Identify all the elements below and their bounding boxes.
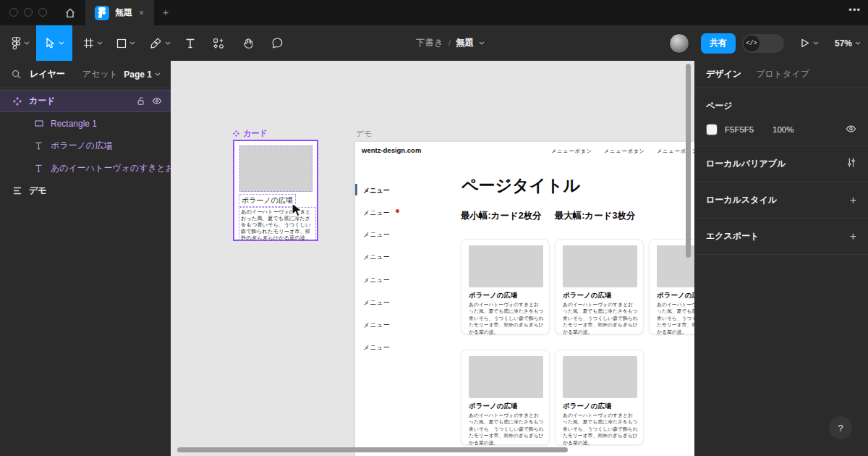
layer-row-demo-frame[interactable]: デモ <box>0 180 171 202</box>
demo-frame-label[interactable]: デモ <box>356 128 373 139</box>
actions-tool-button[interactable] <box>207 25 230 61</box>
breadcrumb-project[interactable]: 下書き <box>416 37 443 49</box>
card-image-placeholder <box>563 356 637 398</box>
card-image-placeholder <box>469 356 543 398</box>
add-export-button[interactable]: + <box>850 230 856 243</box>
demo-page-title: ページタイトル <box>461 174 580 197</box>
tab-title: 無題 <box>115 7 132 19</box>
notification-dot <box>396 209 399 213</box>
canvas[interactable]: カード ポラーノの広場 あのイーハトーヴォのすきとおった風、夏でも底に冷たさをも… <box>171 61 694 456</box>
share-button[interactable]: 共有 <box>701 33 736 54</box>
window-close-button[interactable] <box>9 8 18 17</box>
main-menu-button[interactable] <box>6 25 35 61</box>
shape-tool-button[interactable] <box>111 25 140 61</box>
card-title: ポラーノの広場 <box>469 402 517 411</box>
local-variables-section[interactable]: ローカルバリアブル <box>694 146 868 182</box>
more-menu-button[interactable]: ••• <box>848 4 861 15</box>
color-hex-value[interactable]: F5F5F5 <box>725 125 762 134</box>
card-image-placeholder[interactable] <box>239 145 312 192</box>
visibility-eye-icon[interactable] <box>846 123 856 136</box>
layer-row-text-body[interactable]: あのイーハトーヴォのすきとお... <box>0 157 171 180</box>
layer-row-card-component[interactable]: カード <box>0 90 171 112</box>
tab-layers[interactable]: レイヤー <box>30 68 65 80</box>
layer-name: Rectangle 1 <box>51 119 97 129</box>
card-title-layer[interactable]: ポラーノの広場 <box>239 194 296 207</box>
component-icon <box>12 97 22 106</box>
chevron-down-icon <box>855 41 861 45</box>
sidebar-menu-item: メニュー <box>363 186 390 195</box>
search-icon[interactable] <box>12 69 21 79</box>
chevron-down-icon <box>97 41 103 45</box>
card-body: あのイーハトーヴォのすきとおった風、夏でも底に冷たさをもつ青いそら、うつくしい森… <box>469 301 544 335</box>
demo-card: ポラーノの広場 あのイーハトーヴォのすきとおった風、夏でも底に冷たさをもつ青いそ… <box>461 239 550 334</box>
rectangle-layer-icon <box>33 120 44 127</box>
text-layer-icon <box>33 142 44 150</box>
layer-row-text-title[interactable]: ポラーノの広場 <box>0 135 171 157</box>
site-logo-text: wentz-design.com <box>362 146 421 154</box>
tab-close-icon[interactable]: × <box>139 8 144 18</box>
card-title: ポラーノの広場 <box>469 291 517 300</box>
demo-subtitle: 最小幅:カード2枚分最大幅:カード3枚分 <box>461 210 635 222</box>
horizontal-scrollbar[interactable] <box>177 447 568 452</box>
hand-tool-button[interactable] <box>236 25 259 61</box>
visibility-eye-icon[interactable] <box>152 97 162 105</box>
window-tab-bar: 無題 × + ••• <box>0 0 868 25</box>
left-sidebar: レイヤー アセット Page 1 カード <box>0 61 171 456</box>
page-selector[interactable]: Page 1 <box>124 69 161 80</box>
toolbar-right-group: 共有 </> 57% <box>669 25 868 61</box>
export-section[interactable]: エクスポート + <box>694 219 868 255</box>
chevron-down-icon[interactable] <box>479 41 485 45</box>
vertical-scrollbar[interactable] <box>686 64 691 258</box>
layer-name: デモ <box>29 185 47 197</box>
unlock-icon[interactable] <box>137 96 145 106</box>
frame-icon <box>83 38 94 48</box>
dev-mode-toggle[interactable]: </> <box>742 34 784 53</box>
demo-card: ポラーノの広場 あのイーハトーヴォのすきとおった風、夏でも底に冷たさをもつ青いそ… <box>555 239 644 334</box>
selected-card-component[interactable]: ポラーノの広場 あのイーハトーヴォのすきとおった風、夏でも底に冷たさをもつ青いそ… <box>233 140 318 241</box>
local-styles-section[interactable]: ローカルスタイル + <box>694 182 868 219</box>
home-icon <box>64 7 76 19</box>
add-style-button[interactable]: + <box>850 194 856 207</box>
color-swatch[interactable] <box>706 124 718 135</box>
resources-icon <box>213 38 224 49</box>
tab-prototype[interactable]: プロトタイプ <box>756 68 809 80</box>
breadcrumb-file-name[interactable]: 無題 <box>456 37 474 49</box>
zoom-level-value: 57% <box>835 38 852 48</box>
move-tool-button[interactable] <box>36 25 72 61</box>
card-body: あのイーハトーヴォのすきとおった風、夏でも底に冷たさをもつ青いそら、うつくしい森… <box>563 301 638 335</box>
user-avatar[interactable] <box>669 33 689 54</box>
tab-assets[interactable]: アセット <box>82 68 118 80</box>
pen-tool-button[interactable] <box>145 25 175 61</box>
help-button[interactable]: ? <box>829 416 852 439</box>
chevron-down-icon <box>155 72 161 76</box>
new-tab-button[interactable]: + <box>158 6 173 18</box>
present-button[interactable] <box>800 38 819 48</box>
dev-mode-icon: </> <box>744 35 760 51</box>
demo-card: ポラーノの広場 あのイーハトーヴォのすきとおった風、夏でも底に冷たさをもつ青いそ… <box>555 350 644 445</box>
window-zoom-button[interactable] <box>38 8 47 17</box>
comment-tool-button[interactable] <box>265 25 289 61</box>
text-tool-button[interactable] <box>179 25 201 61</box>
figma-file-icon <box>95 6 109 20</box>
variables-adjust-icon[interactable] <box>846 157 856 171</box>
window-minimize-button[interactable] <box>24 8 33 17</box>
page-selector-label: Page 1 <box>124 69 152 80</box>
breadcrumb-separator: / <box>448 38 451 48</box>
zoom-level-control[interactable]: 57% <box>835 38 861 48</box>
sidebar-menu-item: メニュー <box>363 321 390 330</box>
color-opacity-value[interactable]: 100% <box>773 125 793 134</box>
file-tab[interactable]: 無題 × <box>85 0 154 25</box>
tab-design[interactable]: デザイン <box>706 68 741 80</box>
right-panel-tabs: デザイン プロトタイプ <box>694 61 868 88</box>
chevron-down-icon <box>24 41 30 45</box>
nav-menu-button: メニューボタン <box>551 148 592 155</box>
left-sidebar-header: レイヤー アセット Page 1 <box>0 61 171 88</box>
component-label[interactable]: カード <box>233 128 268 139</box>
demo-frame[interactable]: wentz-design.com メニューボタン メニューボタン メニューボタン… <box>355 142 694 456</box>
window-controls <box>9 8 47 17</box>
sidebar-menu-item: メニュー <box>363 253 390 262</box>
min-width-label: 最小幅:カード2枚分 <box>461 211 542 221</box>
frame-tool-button[interactable] <box>78 25 107 61</box>
layer-row-rectangle[interactable]: Rectangle 1 <box>0 112 171 135</box>
home-button[interactable] <box>62 5 78 21</box>
